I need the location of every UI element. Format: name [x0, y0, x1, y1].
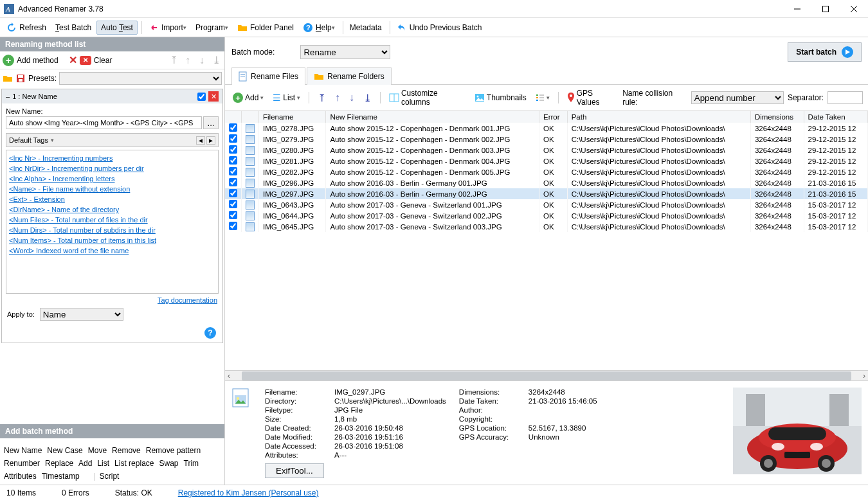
batch-method-link[interactable]: Trim — [184, 459, 199, 468]
tag-group-select[interactable]: Default Tags ▾ ◄► — [6, 133, 219, 147]
delete-method-button[interactable]: ✕ — [69, 54, 77, 66]
tab-rename-folders[interactable]: Rename Folders — [307, 67, 392, 85]
row-checkbox[interactable] — [229, 189, 237, 197]
test-batch-button[interactable]: Test Batch — [51, 21, 95, 34]
horizontal-scrollbar[interactable]: ‹› — [225, 370, 868, 380]
row-checkbox[interactable] — [229, 145, 237, 154]
batch-method-link[interactable]: Replace — [45, 459, 73, 468]
add-files-button[interactable]: +Add — [230, 91, 266, 104]
method-remove-button[interactable]: ✕ — [208, 91, 219, 102]
clear-pill-icon[interactable]: ✕ — [80, 56, 91, 65]
column-header[interactable]: New Filename — [326, 111, 539, 123]
batch-method-link[interactable]: Attributes — [4, 472, 37, 481]
tag-link[interactable]: <Inc Nr> - Incrementing numbers — [9, 153, 215, 163]
table-row[interactable]: IMG_0297.JPGAuto show 2016-03 - Berlin -… — [225, 188, 868, 199]
table-row[interactable]: IMG_0282.JPGAuto show 2015-12 - Copenhag… — [225, 166, 868, 177]
table-row[interactable]: IMG_0644.JPGAuto show 2017-03 - Geneva -… — [225, 210, 868, 221]
batch-method-link[interactable]: Remove — [112, 446, 141, 455]
folder-panel-button[interactable]: Folder Panel — [233, 21, 298, 35]
tag-link[interactable]: <Name> - File name without extension — [9, 184, 215, 194]
table-row[interactable]: IMG_0279.JPGAuto show 2015-12 - Copenhag… — [225, 134, 868, 145]
column-header[interactable]: Filename — [259, 111, 326, 123]
batch-method-link[interactable]: Script — [100, 472, 120, 481]
presets-select[interactable] — [59, 72, 222, 85]
tag-link[interactable]: <Word> Indexed word of the file name — [9, 246, 215, 256]
batch-method-link[interactable]: List — [97, 459, 109, 468]
row-checkbox[interactable] — [229, 134, 237, 143]
minimize-button[interactable] — [783, 0, 811, 18]
metadata-button[interactable]: Metadata — [346, 21, 386, 34]
collapse-toggle[interactable]: – — [6, 93, 10, 100]
refresh-button[interactable]: Refresh — [3, 21, 50, 35]
move-bottom-button[interactable]: ⤓ — [361, 91, 374, 105]
move-top-button[interactable]: ⤒ — [315, 91, 329, 105]
row-checkbox[interactable] — [229, 222, 237, 230]
batch-method-link[interactable]: Move — [88, 446, 107, 455]
move-down-button[interactable]: ↓ — [196, 55, 208, 66]
batch-method-link[interactable]: Swap — [159, 459, 178, 468]
move-up-button[interactable]: ↑ — [332, 91, 343, 105]
move-top-button[interactable]: ⤒ — [168, 55, 179, 66]
move-bottom-button[interactable]: ⤓ — [210, 55, 222, 66]
undo-button[interactable]: Undo Previous Batch — [393, 21, 486, 35]
customize-columns-button[interactable]: Customize columns — [386, 87, 468, 108]
batch-method-link[interactable]: List replace — [114, 459, 154, 468]
move-down-button[interactable]: ↓ — [347, 91, 357, 105]
thumbnails-button[interactable]: Thumbnails — [472, 92, 529, 103]
apply-to-select[interactable]: Name — [40, 308, 123, 321]
add-method-icon[interactable]: + — [3, 55, 14, 66]
gps-values-button[interactable]: GPS Values — [565, 87, 619, 108]
auto-test-button[interactable]: Auto Test — [96, 21, 138, 35]
column-header[interactable]: Dimensions — [750, 111, 804, 123]
batch-method-link[interactable]: Timestamp — [42, 472, 80, 481]
batch-method-link[interactable]: Remove pattern — [146, 446, 201, 455]
row-checkbox[interactable] — [229, 156, 237, 165]
table-row[interactable]: IMG_0645.JPGAuto show 2017-03 - Geneva -… — [225, 221, 868, 232]
row-checkbox[interactable] — [229, 178, 237, 186]
add-method-button[interactable]: Add method — [17, 56, 59, 65]
help-button[interactable]: ?Help — [299, 21, 339, 35]
table-row[interactable]: IMG_0296.JPGAuto show 2016-03 - Berlin -… — [225, 177, 868, 188]
close-button[interactable] — [840, 0, 868, 18]
tag-link[interactable]: <Num Files> - Total number of files in t… — [9, 215, 215, 225]
table-row[interactable]: IMG_0281.JPGAuto show 2015-12 - Copenhag… — [225, 156, 868, 166]
tag-prev-button[interactable]: ◄ — [196, 136, 205, 145]
tag-documentation-link[interactable]: Tag documentation — [158, 296, 217, 304]
start-batch-button[interactable]: Start batch — [788, 42, 862, 62]
tag-link[interactable]: <Inc NrDir> - Incrementing numbers per d… — [9, 163, 215, 174]
batch-method-link[interactable]: New Case — [47, 446, 82, 455]
batch-method-link[interactable]: New Name — [4, 446, 42, 455]
maximize-button[interactable] — [811, 0, 840, 18]
row-checkbox[interactable] — [229, 123, 237, 132]
column-header[interactable]: Error — [539, 111, 568, 123]
save-preset-icon[interactable] — [15, 73, 26, 84]
registration-link[interactable]: Registered to Kim Jensen (Personal use) — [178, 488, 319, 497]
import-button[interactable]: Import — [145, 21, 190, 35]
new-name-input[interactable] — [6, 116, 202, 129]
table-row[interactable]: IMG_0280.JPGAuto show 2015-12 - Copenhag… — [225, 145, 868, 156]
column-header[interactable]: Path — [567, 111, 750, 123]
row-checkbox[interactable] — [229, 200, 237, 208]
column-header[interactable]: Date Taken — [804, 111, 867, 123]
tag-link[interactable]: <DirName> - Name of the directory — [9, 204, 215, 215]
tag-link[interactable]: <Ext> - Extension — [9, 194, 215, 204]
program-button[interactable]: Program — [192, 21, 232, 34]
table-row[interactable]: IMG_0278.JPGAuto show 2015-12 - Copenhag… — [225, 123, 868, 134]
tag-next-button[interactable]: ► — [206, 136, 215, 145]
display-options-button[interactable] — [533, 92, 552, 103]
tab-rename-files[interactable]: Rename Files — [231, 67, 305, 85]
exiftool-button[interactable]: ExifTool... — [265, 463, 324, 478]
file-grid[interactable]: FilenameNew FilenameErrorPathDimensionsD… — [225, 111, 868, 370]
new-name-browse-button[interactable]: ... — [203, 116, 219, 129]
collision-select[interactable]: Append number — [691, 91, 784, 104]
method-help-icon[interactable]: ? — [204, 327, 216, 339]
tag-link[interactable]: <Num Items> - Total number of items in t… — [9, 235, 215, 246]
tag-link[interactable]: <Num Dirs> - Total number of subdirs in … — [9, 225, 215, 235]
open-preset-icon[interactable] — [3, 73, 13, 84]
row-checkbox[interactable] — [229, 211, 237, 219]
separator-input[interactable] — [827, 91, 863, 104]
tag-link[interactable]: <Inc Alpha> - Incrementing letters — [9, 174, 215, 184]
batch-method-link[interactable]: Renumber — [4, 459, 40, 468]
batch-method-link[interactable]: Add — [78, 459, 92, 468]
table-row[interactable]: IMG_0643.JPGAuto show 2017-03 - Geneva -… — [225, 199, 868, 210]
